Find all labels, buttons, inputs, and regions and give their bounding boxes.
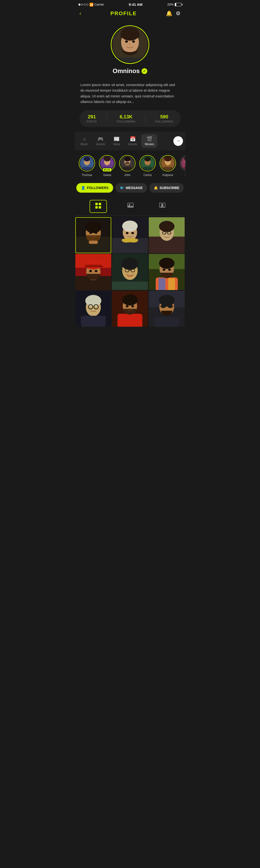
photo-grid [75,217,185,328]
story-name-thomas: Thomas [82,173,92,177]
back-button[interactable]: ‹ [79,10,81,17]
tab-movies[interactable]: 🎬 Movies [141,134,157,148]
svg-point-99 [126,305,128,307]
wifi-icon: 📶 [89,3,94,6]
stats-row: 291 POSTS 6,13K FOLLOWERS 590 FOLLOWING [79,110,181,127]
photo-8-svg [112,291,148,327]
message-button[interactable]: 🐦 MESSAGE [116,183,147,193]
stat-posts: 291 POSTS [87,114,97,123]
photo-6-svg [149,254,185,290]
story-sweta[interactable]: LIVE Sweta [99,155,116,177]
svg-point-45 [85,221,101,233]
svg-rect-37 [99,206,101,209]
subscribe-label: SUBSCRIBE [160,186,179,190]
story-ring-carlos [139,155,156,172]
tab-movies-label: Movies [145,143,154,146]
svg-rect-69 [85,266,103,268]
status-right: 20% [167,3,182,6]
followers-value: 6,13K [120,114,133,120]
svg-point-74 [122,258,139,270]
photo-2-svg [112,217,148,253]
story-john[interactable]: John [119,155,136,177]
tabs-section: ♫ Music 🎮 Games 📰 News 📅 Events 🎬 Movies… [75,132,185,150]
svg-point-70 [89,270,92,272]
svg-rect-34 [95,203,98,205]
verified-badge: ✓ [142,68,147,74]
avatar-section: Omninos ✓ [75,21,185,79]
svg-point-104 [159,295,175,306]
music-icon: ♫ [82,136,86,142]
page-title: PROFILE [110,10,137,17]
svg-rect-105 [161,305,165,308]
story-thomas[interactable]: Thomas [78,155,95,177]
grid-tab-grid[interactable] [89,200,107,213]
avatar-svg [112,27,148,62]
svg-rect-12 [82,167,92,170]
status-left: 📶 Carrier [78,3,104,6]
events-icon: 📅 [130,136,136,142]
svg-point-52 [122,221,138,232]
grid-tab-profile-photo[interactable] [154,200,171,213]
tab-music[interactable]: ♫ Music [77,134,91,148]
photo-3-svg [149,217,185,253]
photo-cell-5[interactable] [112,254,148,290]
tabs-scroll: ♫ Music 🎮 Games 📰 News 📅 Events 🎬 Movies… [77,134,183,148]
subscribe-button[interactable]: 🔔 SUBSCRIBE [149,183,184,193]
story-ring-sw [180,155,185,172]
tab-events[interactable]: 📅 Events [125,134,141,148]
svg-point-97 [122,294,138,306]
following-label: FOLLOWING [155,120,173,123]
story-avatar-john [120,156,134,170]
profile-photo-icon [159,202,165,209]
tab-games[interactable]: 🎮 Games [92,134,109,148]
username-row: Omninos ✓ [113,67,148,75]
games-icon: 🎮 [98,136,104,142]
svg-line-107 [160,306,161,306]
followers-label: FOLLOWERS [87,186,108,190]
story-name-sweta: Sweta [103,173,111,177]
story-ring-sweta: LIVE [99,155,115,172]
story-carlos[interactable]: Carlos [139,155,156,177]
photo-cell-8[interactable] [112,291,148,327]
photo-cell-7[interactable] [75,291,111,327]
bio-text: Lorem ipsum dolor sit amet, consectetur … [75,79,185,108]
notification-button[interactable]: 🔔 [166,10,172,17]
action-buttons: 👤 FOLLOWERS 🐦 MESSAGE 🔔 SUBSCRIBE [75,181,185,197]
svg-rect-78 [112,282,148,290]
svg-point-47 [95,232,97,234]
dot-3 [84,4,86,5]
status-bar: 📶 Carrier 9:41 AM 20% [75,0,185,8]
photo-cell-6[interactable] [149,254,185,290]
carrier-label: Carrier [95,3,104,6]
avatar-ring [111,25,149,64]
stat-followers: 6,13K FOLLOWERS [117,114,136,123]
story-ring-john [119,155,136,172]
followers-button[interactable]: 👤 FOLLOWERS [76,183,113,193]
subscribe-icon: 🔔 [154,186,158,190]
grid-tab-photo[interactable] [122,200,139,213]
photo-cell-1[interactable] [75,217,111,253]
photo-cell-3[interactable] [149,217,185,253]
svg-rect-84 [158,278,165,290]
photo-cell-4[interactable] [75,254,111,290]
story-sw[interactable]: Sw... [180,155,185,177]
svg-point-100 [132,305,134,307]
photo-cell-2[interactable] [112,217,148,253]
battery-percent: 20% [167,3,174,6]
news-icon: 📰 [114,136,120,142]
photo-7-svg [75,291,111,327]
username: Omninos [113,67,140,75]
tabs-next-button[interactable]: → [173,136,183,146]
movies-icon: 🎬 [146,136,152,142]
tab-news[interactable]: 📰 News [110,134,124,148]
photo-cell-9[interactable] [149,291,185,327]
tab-news-label: News [113,143,120,146]
dot-4 [86,4,88,5]
dot-2 [81,4,83,5]
battery-fill [175,3,176,6]
stories-section: Thomas LIVE Sweta [75,153,185,181]
settings-button[interactable]: ⚙ [176,10,181,17]
svg-point-59 [159,221,174,232]
kalpana-avatar-svg [161,156,175,170]
story-kalpana[interactable]: Kalpana [159,155,176,177]
